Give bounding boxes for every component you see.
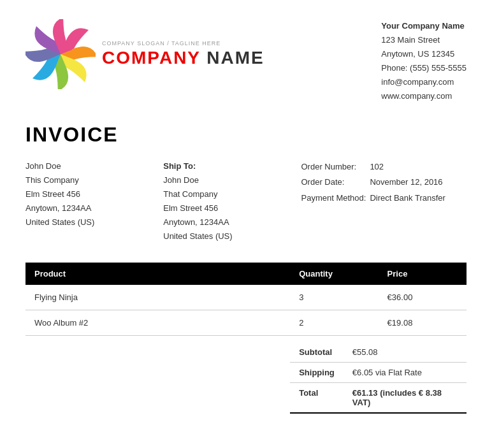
row-quantity: 3 — [290, 285, 378, 310]
row-quantity: 2 — [290, 310, 378, 336]
order-date-row: Order Date: November 12, 2016 — [301, 175, 449, 191]
bill-to-street: Elm Street 456 — [163, 201, 301, 215]
total-value: €61.13 (includes € 8.38 VAT) — [344, 383, 467, 414]
subtotal-value: €55.08 — [344, 342, 467, 363]
order-info-table: Order Number: 102 Order Date: November 1… — [301, 159, 449, 206]
company-info-street: 123 Main Street — [381, 33, 467, 47]
bill-from-country: United States (US) — [25, 215, 163, 229]
company-name-area: COMPANY SLOGAN / TAGLINE HERE COMPANY NA… — [102, 40, 264, 68]
bill-from-company: This Company — [25, 173, 163, 187]
bill-from-street: Elm Street 456 — [25, 187, 163, 201]
bill-to-country: United States (US) — [163, 229, 301, 243]
company-info-phone: Phone: (555) 555-5555 — [381, 61, 467, 75]
ship-to-label: Ship To: — [163, 159, 301, 173]
order-number-row: Order Number: 102 — [301, 159, 449, 175]
company-info-email: info@company.com — [381, 75, 467, 89]
totals-table: Subtotal €55.08 Shipping €6.05 via Flat … — [290, 342, 467, 414]
header-quantity: Quantity — [290, 263, 378, 285]
total-row: Total €61.13 (includes € 8.38 VAT) — [290, 383, 467, 414]
table-row: Flying Ninja 3 €36.00 — [25, 285, 467, 310]
bill-to-company: That Company — [163, 187, 301, 201]
company-contact-info: Your Company Name 123 Main Street Anytow… — [381, 19, 467, 104]
bill-to-name: John Doe — [163, 173, 301, 187]
shipping-value: €6.05 via Flat Rate — [344, 363, 467, 383]
bill-from: John Doe This Company Elm Street 456 Any… — [25, 159, 163, 244]
order-info: Order Number: 102 Order Date: November 1… — [301, 159, 467, 244]
bill-from-city: Anytown, 1234AA — [25, 201, 163, 215]
table-body: Flying Ninja 3 €36.00 Woo Album #2 2 €19… — [25, 285, 467, 336]
table-header-row: Product Quantity Price — [25, 263, 467, 285]
invoice-header: COMPANY SLOGAN / TAGLINE HERE COMPANY NA… — [25, 19, 467, 104]
bill-section: John Doe This Company Elm Street 456 Any… — [25, 159, 467, 244]
order-number-label: Order Number: — [301, 159, 370, 175]
invoice-table: Product Quantity Price Flying Ninja 3 €3… — [25, 263, 467, 336]
totals-area: Subtotal €55.08 Shipping €6.05 via Flat … — [25, 342, 467, 414]
order-date-label: Order Date: — [301, 175, 370, 191]
subtotal-row: Subtotal €55.08 — [290, 342, 467, 363]
bill-to: Ship To: John Doe That Company Elm Stree… — [163, 159, 301, 244]
subtotal-label: Subtotal — [290, 342, 344, 363]
payment-method-value: Direct Bank Transfer — [370, 191, 449, 206]
invoice-title: INVOICE — [25, 123, 467, 147]
company-info-city: Anytown, US 12345 — [381, 47, 467, 61]
bill-from-name: John Doe — [25, 159, 163, 173]
header-product: Product — [25, 263, 290, 285]
total-label: Total — [290, 383, 344, 414]
logo-area: COMPANY SLOGAN / TAGLINE HERE COMPANY NA… — [25, 19, 264, 89]
table-header: Product Quantity Price — [25, 263, 467, 285]
company-name-display: COMPANY NAME — [102, 48, 264, 68]
row-price: €19.08 — [379, 310, 467, 336]
company-slogan: COMPANY SLOGAN / TAGLINE HERE — [102, 40, 264, 47]
row-price: €36.00 — [379, 285, 467, 310]
company-word: COMPANY — [102, 48, 201, 68]
order-date-value: November 12, 2016 — [370, 175, 449, 191]
header-price: Price — [379, 263, 467, 285]
name-word: NAME — [201, 48, 264, 68]
row-product: Flying Ninja — [25, 285, 290, 310]
order-number-value: 102 — [370, 159, 449, 175]
table-row: Woo Album #2 2 €19.08 — [25, 310, 467, 336]
row-product: Woo Album #2 — [25, 310, 290, 336]
company-logo — [25, 19, 96, 89]
bill-to-city: Anytown, 1234AA — [163, 215, 301, 229]
payment-method-row: Payment Method: Direct Bank Transfer — [301, 191, 449, 206]
shipping-row: Shipping €6.05 via Flat Rate — [290, 363, 467, 383]
payment-method-label: Payment Method: — [301, 191, 370, 206]
company-info-website: www.company.com — [381, 89, 467, 103]
shipping-label: Shipping — [290, 363, 344, 383]
company-info-name: Your Company Name — [381, 19, 467, 33]
